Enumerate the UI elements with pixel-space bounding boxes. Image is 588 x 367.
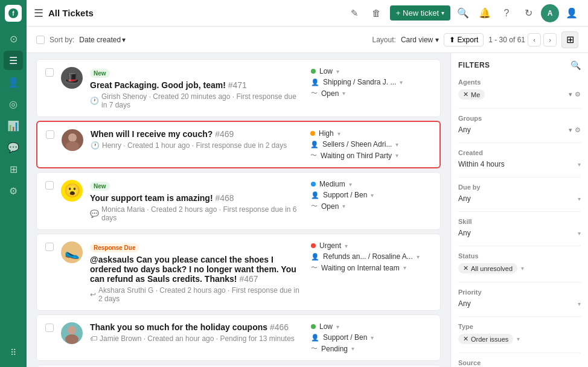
filter-type-tag[interactable]: ✕ Order issues <box>458 334 513 344</box>
sidebar-item-settings[interactable]: ⚙ <box>4 181 23 200</box>
ticket-checkbox[interactable] <box>45 243 54 251</box>
dropdown-arrow-icon: ▾ <box>441 10 444 16</box>
status-arrow[interactable]: ▾ <box>342 90 345 97</box>
filter-tag-x[interactable]: ✕ <box>463 264 468 272</box>
filter-skill-select[interactable]: Any ▾ <box>458 229 581 237</box>
assignee-text: Refunds an... / Rosaline A... <box>323 252 413 261</box>
assignee-arrow[interactable]: ▾ <box>395 141 398 148</box>
filter-tag-x[interactable]: ✕ <box>463 335 468 343</box>
filter-created-arrow[interactable]: ▾ <box>578 161 581 168</box>
sidebar-item-chat[interactable]: 💬 <box>4 138 23 157</box>
priority-arrow[interactable]: ▾ <box>336 324 339 330</box>
topbar: ☰ All Tickets ✎ 🗑 + New ticket ▾ 🔍 🔔 ? ↻… <box>27 0 588 27</box>
account-avatar[interactable]: 👤 <box>563 4 581 22</box>
sidebar-item-reports[interactable]: 📊 <box>4 116 23 135</box>
filter-priority-value: Any <box>458 299 471 308</box>
ticket-checkbox[interactable] <box>45 324 54 332</box>
ticket-right: Low ▾ 👤 Shipping / Sandra J. ... ▾ 〜 Ope… <box>311 67 432 98</box>
filter-tag-value: Me <box>471 91 480 98</box>
filter-type-arrow[interactable]: ▾ <box>517 336 520 342</box>
ticket-main: Thank you so much for the holiday coupon… <box>90 322 304 343</box>
ticket-title: Your support team is amazing! #468 <box>90 193 304 203</box>
assignee-arrow[interactable]: ▾ <box>371 192 374 199</box>
filter-status-tag[interactable]: ✕ All unresolved <box>458 263 517 273</box>
priority-dot <box>311 324 316 329</box>
select-all-checkbox[interactable] <box>36 36 45 44</box>
search-icon[interactable]: 🔍 <box>454 4 472 22</box>
edit-icon[interactable]: ✎ <box>347 5 363 22</box>
status-text: Waiting on Internal team <box>321 264 400 272</box>
help-icon[interactable]: ? <box>497 4 516 22</box>
status-arrow[interactable]: ▾ <box>403 264 406 271</box>
ticket-checkbox[interactable] <box>45 181 54 190</box>
filter-groups-label: Groups <box>458 115 581 122</box>
priority-arrow[interactable]: ▾ <box>336 68 339 75</box>
sidebar-item-integrations[interactable]: ⊞ <box>4 159 23 179</box>
status-arrow[interactable]: ▾ <box>351 345 354 352</box>
next-page-button[interactable]: › <box>543 33 557 46</box>
priority-arrow[interactable]: ▾ <box>349 181 352 188</box>
sidebar-item-groups[interactable]: ◎ <box>4 94 23 113</box>
filter-priority-select[interactable]: Any ▾ <box>458 299 581 308</box>
filter-dueby-arrow[interactable]: ▾ <box>578 196 581 202</box>
priority-prop: Urgent ▾ <box>311 241 432 250</box>
filter-config-icon[interactable]: ⚙ <box>575 126 581 134</box>
filter-tag-x[interactable]: ✕ <box>463 91 468 98</box>
priority-dot <box>311 243 316 248</box>
export-button[interactable]: ⬆ Export <box>444 33 484 46</box>
status-arrow[interactable]: ▾ <box>342 203 345 209</box>
ticket-main: When will I receive my couch? #469 🕐 Hen… <box>91 129 303 150</box>
status-icon: 〜 <box>310 151 317 160</box>
ticket-title: @asksauls Can you please cancel the shoe… <box>90 255 304 284</box>
layout-label: Layout: <box>372 36 396 44</box>
filter-created-select[interactable]: Within 4 hours ▾ <box>458 160 581 168</box>
ticket-meta-text: Henry · Created 1 hour ago · First respo… <box>102 141 287 150</box>
filter-search-icon[interactable]: 🔍 <box>570 60 581 70</box>
sidebar-item-contacts[interactable]: 👤 <box>4 72 23 92</box>
ticket-badge-new: New <box>90 69 110 78</box>
ticket-meta: 🏷 Jamie Brown · Created an hour ago · Pe… <box>90 334 304 343</box>
trash-icon[interactable]: 🗑 <box>368 5 385 22</box>
status-arrow[interactable]: ▾ <box>395 152 398 159</box>
filter-type-value: Order issues <box>471 336 508 343</box>
notification-icon[interactable]: 🔔 <box>476 4 494 22</box>
prev-page-button[interactable]: ‹ <box>528 33 541 46</box>
sidebar-item-tickets[interactable]: ☰ <box>4 51 23 70</box>
ticket-title: Thank you so much for the holiday coupon… <box>90 322 304 332</box>
filter-status-label: Status <box>458 252 581 260</box>
filter-arrow-icon[interactable]: ▾ <box>569 126 572 134</box>
priority-arrow[interactable]: ▾ <box>345 243 348 249</box>
sort-select[interactable]: Date created ▾ <box>79 36 126 44</box>
menu-icon[interactable]: ☰ <box>34 7 43 20</box>
ticket-main: New Great Packaging. Good job, team! #47… <box>90 67 304 109</box>
grid-view-button[interactable]: ⊞ <box>561 31 578 48</box>
ticket-card: 😮 New Your support team is amazing! #468… <box>36 172 441 230</box>
assignee-arrow[interactable]: ▾ <box>400 79 403 86</box>
assignee-arrow[interactable]: ▾ <box>371 334 374 341</box>
filter-status-arrow[interactable]: ▾ <box>521 265 524 272</box>
layout-select[interactable]: Card view ▾ <box>401 36 439 44</box>
filter-config-icon[interactable]: ⚙ <box>575 91 581 98</box>
ticket-checkbox[interactable] <box>45 68 54 77</box>
assignee-prop: 👤 Shipping / Sandra J. ... ▾ <box>311 78 432 86</box>
sidebar-dots[interactable]: ⠿ <box>4 343 23 362</box>
main-area: ☰ All Tickets ✎ 🗑 + New ticket ▾ 🔍 🔔 ? ↻… <box>27 0 588 367</box>
refresh-icon[interactable]: ↻ <box>519 4 537 22</box>
filter-priority-arrow[interactable]: ▾ <box>578 301 581 307</box>
ticket-checkbox[interactable] <box>46 130 54 139</box>
filter-agents-row: ✕ Me ▾ ⚙ <box>458 89 581 100</box>
priority-arrow[interactable]: ▾ <box>337 130 340 137</box>
ticket-card: 🥿 Response Due @asksauls Can you please … <box>36 234 441 311</box>
new-ticket-button[interactable]: + New ticket ▾ <box>390 5 450 21</box>
filter-skill-label: Skill <box>458 218 581 225</box>
assignee-prop: 👤 Support / Ben ▾ <box>311 333 432 342</box>
filter-dueby-select[interactable]: Any ▾ <box>458 194 581 203</box>
assignee-arrow[interactable]: ▾ <box>417 254 420 260</box>
sidebar-item-home[interactable]: ⊙ <box>4 29 23 48</box>
filter-groups-select[interactable]: Any ▾ ⚙ <box>458 126 581 134</box>
user-avatar[interactable]: A <box>541 4 559 22</box>
filter-arrow-icon[interactable]: ▾ <box>569 91 572 98</box>
priority-text: Low <box>319 322 333 331</box>
filter-agents-tag[interactable]: ✕ Me <box>458 89 485 100</box>
filter-skill-arrow[interactable]: ▾ <box>578 230 581 237</box>
